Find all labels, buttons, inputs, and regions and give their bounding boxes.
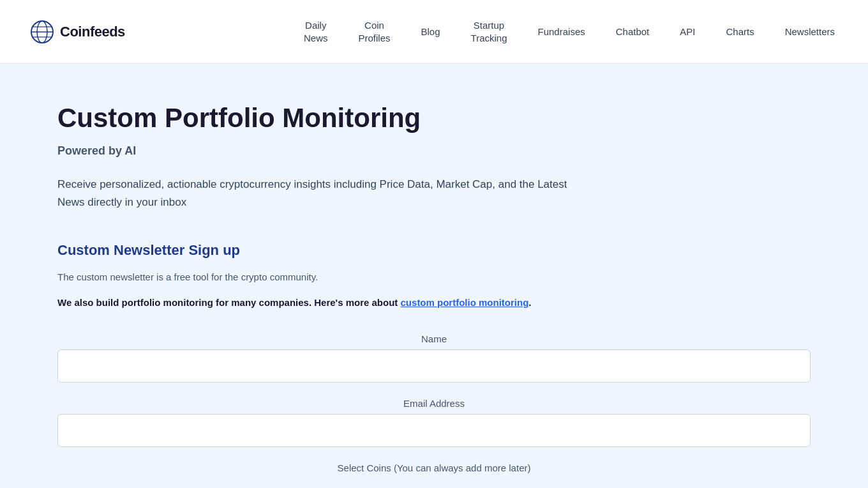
page-title: Custom Portfolio Monitoring (57, 102, 811, 134)
build-text: We also build portfolio monitoring for m… (57, 295, 811, 310)
nav-chatbot[interactable]: Chatbot (613, 20, 652, 43)
logo-text: Coinfeeds (60, 24, 125, 40)
nav-startup-tracking[interactable]: StartupTracking (468, 14, 510, 49)
signup-form: Name Email Address Select Coins (You can… (57, 333, 811, 473)
build-text-after: . (528, 297, 531, 308)
email-label: Email Address (57, 398, 811, 409)
email-input[interactable] (57, 414, 811, 447)
powered-by-label: Powered by AI (57, 144, 811, 158)
nav-api[interactable]: API (677, 20, 698, 43)
main-nav: DailyNews CoinProfiles Blog StartupTrack… (301, 14, 837, 49)
nav-charts[interactable]: Charts (723, 20, 756, 43)
nav-fundraises[interactable]: Fundraises (535, 20, 588, 43)
name-input[interactable] (57, 349, 811, 383)
logo[interactable]: Coinfeeds (31, 20, 125, 43)
free-tool-text: The custom newsletter is a free tool for… (57, 271, 811, 282)
email-field-wrapper: Email Address (57, 398, 811, 447)
build-text-before: We also build portfolio monitoring for m… (57, 297, 401, 308)
logo-icon (31, 20, 54, 43)
name-field-wrapper: Name (57, 333, 811, 383)
nav-coin-profiles[interactable]: CoinProfiles (355, 14, 393, 49)
nav-blog[interactable]: Blog (419, 20, 443, 43)
name-label: Name (57, 333, 811, 344)
custom-portfolio-link[interactable]: custom portfolio monitoring (401, 297, 529, 308)
main-content: Custom Portfolio Monitoring Powered by A… (19, 64, 849, 488)
select-coins-label: Select Coins (You can always add more la… (57, 462, 811, 473)
site-header: Coinfeeds DailyNews CoinProfiles Blog St… (0, 0, 868, 64)
nav-daily-news[interactable]: DailyNews (301, 14, 331, 49)
section-title: Custom Newsletter Sign up (57, 242, 811, 259)
nav-newsletters[interactable]: Newsletters (782, 20, 837, 43)
page-description: Receive personalized, actionable cryptoc… (57, 176, 581, 211)
